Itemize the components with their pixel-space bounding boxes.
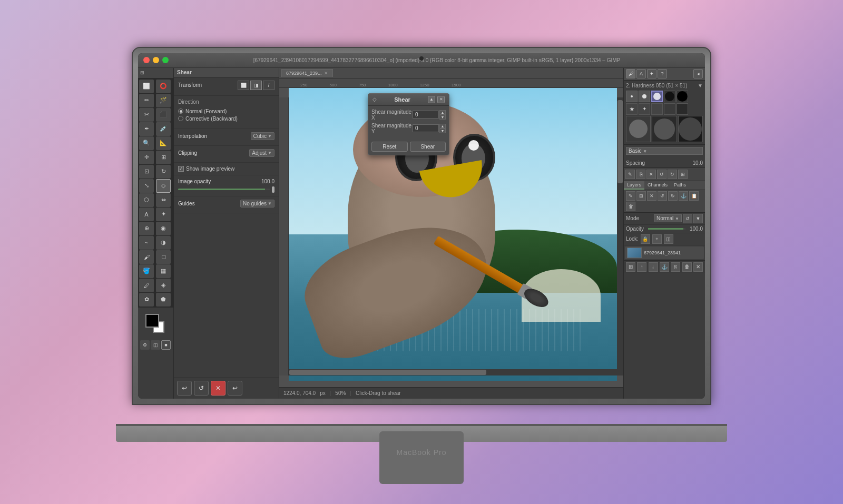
layer-new-btn[interactable]: ⊞	[626, 262, 635, 272]
tool-color-picker[interactable]: 💉	[156, 122, 171, 136]
tool-fuzzy-select[interactable]: 🪄	[156, 94, 171, 107]
layer-opacity-slider[interactable]	[648, 228, 685, 230]
tool-crop[interactable]: ⊡	[139, 165, 154, 179]
mode-extra-btn[interactable]: ↺	[683, 214, 692, 223]
direction-normal[interactable]: Normal (Forward)	[178, 108, 275, 114]
layer-tool-7[interactable]: 📋	[689, 191, 699, 201]
opacity-slider-track[interactable]	[178, 189, 270, 190]
restore-btn[interactable]: ↩	[177, 381, 192, 396]
brush-star-1[interactable]: ★	[626, 103, 638, 115]
interpolation-select[interactable]: Cubic ▼	[251, 132, 275, 140]
brushes-tab[interactable]: 🖌	[626, 69, 635, 78]
tool-text[interactable]: A	[139, 207, 154, 221]
brush-tool-4[interactable]: ↺	[657, 170, 666, 179]
layer-tool-8[interactable]: 🗑	[626, 202, 635, 211]
tab-close-icon[interactable]: ✕	[324, 71, 328, 76]
layer-more-btn[interactable]: ✕	[693, 262, 703, 272]
shear-y-input[interactable]: 0	[413, 124, 439, 132]
layer-tool-2[interactable]: ⊞	[636, 191, 646, 201]
tool-perspective[interactable]: ⬡	[139, 193, 154, 207]
undo-btn[interactable]: ↺	[194, 381, 209, 396]
large-brush-2[interactable]	[652, 116, 677, 142]
brush-item-4[interactable]	[664, 91, 675, 102]
tool-rect-select[interactable]: ⬜	[139, 80, 154, 93]
brush-tool-2[interactable]: ⎘	[636, 170, 645, 179]
layer-down-btn[interactable]: ↓	[649, 262, 658, 272]
tool-ink[interactable]: 🖊	[139, 279, 154, 292]
brush-star-2[interactable]: ✦	[639, 103, 650, 115]
lock-position-btn[interactable]: +	[652, 234, 662, 244]
scrollbar-vertical[interactable]	[617, 97, 623, 375]
tool-free-select[interactable]: ✏	[139, 94, 154, 107]
shear-x-up[interactable]: ▲	[439, 110, 446, 115]
layer-tool-5[interactable]: ↻	[668, 191, 678, 201]
tool-extra-2[interactable]: ◫	[151, 340, 160, 350]
direction-corrective[interactable]: Corrective (Backward)	[178, 116, 275, 122]
apply-btn[interactable]: ↩	[228, 381, 242, 396]
lock-alpha-btn[interactable]: ◫	[664, 234, 673, 244]
tool-clone[interactable]: ⊕	[139, 222, 154, 235]
shear-y-up[interactable]: ▲	[439, 124, 446, 129]
brush-item-1[interactable]	[626, 91, 638, 102]
tag-filter[interactable]: Basic ▼	[626, 147, 703, 155]
cancel-btn[interactable]: ✕	[211, 381, 226, 396]
brush-texture-2[interactable]	[664, 103, 675, 115]
shear-button[interactable]: Shear	[410, 142, 446, 152]
scrollbar-horizontal[interactable]	[289, 369, 617, 375]
tool-gradient[interactable]: ▦	[156, 264, 171, 278]
scrollbar-v-thumb[interactable]	[617, 100, 623, 183]
tool-paint[interactable]: 🖌	[139, 250, 154, 264]
brush-item-5[interactable]	[677, 91, 688, 102]
brush-item-2[interactable]	[639, 91, 650, 102]
tool-airbrush[interactable]: ✿	[139, 293, 154, 307]
tool-fill[interactable]: 🪣	[139, 264, 154, 278]
shear-y-down[interactable]: ▼	[439, 129, 446, 133]
tool-align[interactable]: ⊞	[156, 151, 171, 164]
shear-x-input[interactable]: 0	[413, 111, 439, 118]
tool-shear[interactable]: ◇	[156, 179, 171, 193]
tool-foreground-select[interactable]: ⬛	[156, 108, 171, 122]
large-brush-1[interactable]	[626, 116, 651, 142]
direction-normal-radio[interactable]	[178, 108, 183, 114]
shear-x-down[interactable]: ▼	[439, 115, 446, 120]
tool-extra-3[interactable]: ■	[161, 340, 171, 350]
preview-checkbox[interactable]: ✓	[178, 166, 184, 172]
tool-flip[interactable]: ⇔	[156, 193, 171, 207]
layer-delete-btn[interactable]: 🗑	[682, 262, 692, 272]
tool-dodge[interactable]: ◑	[156, 236, 171, 250]
guides-select[interactable]: No guides ▼	[240, 200, 275, 207]
tool-eraser[interactable]: ◻	[156, 250, 171, 264]
brush-tool-6[interactable]: ⊞	[678, 170, 688, 179]
reset-button[interactable]: Reset	[371, 142, 408, 152]
layer-tool-6[interactable]: ⚓	[679, 191, 688, 201]
tool-scale[interactable]: ⤡	[139, 179, 154, 193]
paths-tab[interactable]: Paths	[671, 181, 689, 190]
tool-blur[interactable]: ◉	[156, 222, 171, 235]
layer-tool-4[interactable]: ↺	[658, 191, 667, 201]
dialog-close-btn[interactable]: ✕	[437, 96, 445, 103]
mode-select[interactable]: Normal ▼	[654, 214, 682, 222]
panel-collapse-btn[interactable]: ◂	[693, 69, 703, 78]
transform-btn-1[interactable]: ⬜	[238, 81, 249, 90]
dialog-up-btn[interactable]: ▲	[428, 96, 435, 103]
text-tab[interactable]: A	[636, 69, 646, 78]
brush-tool-5[interactable]: ↻	[668, 170, 677, 179]
tool-smudge[interactable]: ~	[139, 236, 154, 250]
close-button[interactable]	[143, 57, 150, 63]
brushes-collapse-btn[interactable]: ▼	[698, 83, 703, 88]
canvas-content[interactable]: ◇ Shear ▲ ✕	[289, 88, 617, 381]
channels-tab[interactable]: Channels	[644, 181, 671, 190]
layers-tab[interactable]: Layers	[624, 181, 644, 190]
large-brush-3[interactable]	[678, 116, 703, 142]
help-tab[interactable]: ?	[658, 69, 667, 78]
minimize-button[interactable]	[153, 57, 159, 63]
collapse-icon[interactable]: ◂	[693, 69, 703, 78]
transform-btn-3[interactable]: /	[263, 81, 275, 90]
tool-zoom[interactable]: 🔍	[139, 136, 154, 150]
clipping-select[interactable]: Adjust ▼	[249, 149, 275, 157]
tool-measure[interactable]: 📐	[156, 136, 171, 150]
opacity-slider-thumb[interactable]	[272, 186, 275, 193]
tool-extra-1[interactable]: ⚙	[140, 340, 150, 350]
tool-ellipse-select[interactable]: ⭕	[156, 80, 171, 93]
foreground-color[interactable]	[145, 314, 159, 328]
